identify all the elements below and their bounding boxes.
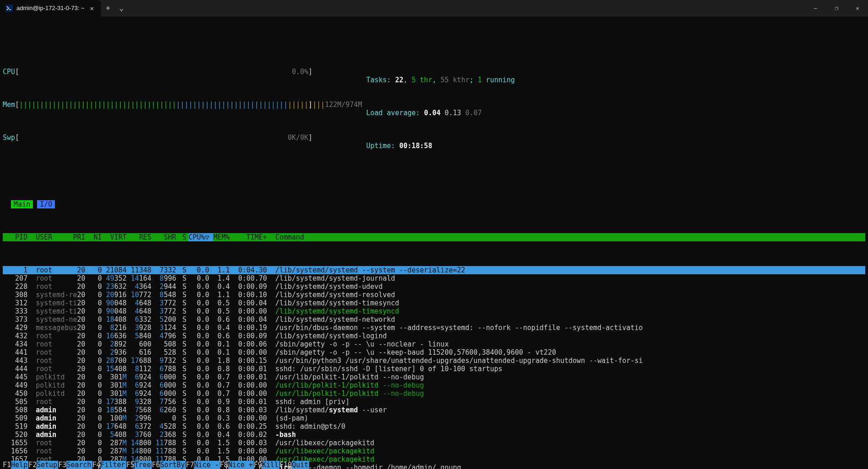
process-row[interactable]: 449polkitd200301M69246000S0.00.70:00.00/… — [3, 381, 865, 389]
process-row[interactable]: 505root2001738893287756S0.00.90:00.01ssh… — [3, 398, 865, 406]
col-pid[interactable]: PID — [3, 233, 32, 241]
fkey-f9: F9 — [254, 461, 262, 469]
fkey-f6: F6 — [152, 461, 160, 469]
mem-meter: Mem [ ||||||||||||||||||||||||||||||||||… — [3, 101, 865, 109]
faction-nice--[interactable]: Nice - — [194, 461, 220, 469]
fkey-f1: F1 — [3, 461, 11, 469]
process-row[interactable]: 1655root200287M1480011788S0.01.50:00.03/… — [3, 439, 865, 447]
fkey-f7: F7 — [186, 461, 194, 469]
close-tab-icon[interactable]: ✕ — [88, 5, 96, 12]
fkey-f5: F5 — [126, 461, 134, 469]
faction-filter[interactable]: Filter — [101, 461, 126, 469]
fkey-f4: F4 — [92, 461, 101, 469]
faction-quit[interactable]: Quit — [292, 461, 309, 469]
terminal-output: CPU [ 0.0% ] Tasks: 22, 5 thr, 55 kthr; … — [0, 16, 868, 469]
col-user[interactable]: USER — [32, 233, 73, 241]
titlebar: admin@ip-172-31-0-73: ~ ✕ + ⌄ — ❐ ✕ — [0, 0, 868, 16]
process-row[interactable]: 519admin2001764863724528S0.00.60:00.25ss… — [3, 422, 865, 431]
faction-help[interactable]: Help — [11, 461, 28, 469]
process-row[interactable]: 444root2001540881126788S0.00.80:00.01ssh… — [3, 365, 865, 373]
maximize-button[interactable]: ❐ — [826, 0, 847, 16]
process-list: 1root20021084113487332S0.01.10:04.30/lib… — [3, 266, 865, 469]
process-header[interactable]: PID USER PRI NI VIRT RES SHR S CPU%▽ MEM… — [3, 233, 865, 241]
terminal-tab[interactable]: admin@ip-172-31-0-73: ~ ✕ — [0, 0, 101, 16]
process-row[interactable]: 308systemd-re20020916107728548S0.01.10:0… — [3, 291, 865, 299]
tab-title: admin@ip-172-31-0-73: ~ — [16, 5, 85, 12]
process-row[interactable]: 509admin200100M29960S0.00.30:00.00(sd-pa… — [3, 414, 865, 422]
tab-io[interactable]: I/O — [37, 200, 55, 208]
col-s[interactable]: S — [180, 233, 188, 241]
process-row[interactable]: 443root20028700176889732S0.01.80:00.15/u… — [3, 357, 865, 365]
col-ni[interactable]: NI — [90, 233, 106, 241]
col-virt[interactable]: VIRT — [106, 233, 131, 241]
faction-nice-+[interactable]: Nice + — [228, 461, 254, 469]
process-row[interactable]: 445polkitd200301M69246000S0.00.70:00.01/… — [3, 373, 865, 381]
faction-search[interactable]: Search — [66, 461, 92, 469]
process-row[interactable]: 207root20049352141648996S0.01.40:00.70/l… — [3, 274, 865, 282]
tab-main[interactable]: Main — [11, 200, 33, 208]
swp-bar: 0K/0K — [19, 133, 308, 142]
swp-meter: Swp [ 0K/0K ] Uptime: 00:18:58 — [3, 133, 865, 142]
process-row[interactable]: 508admin2001858475686260S0.00.80:00.03/l… — [3, 406, 865, 414]
powershell-icon — [5, 5, 13, 12]
tasks-label: Tasks: — [366, 76, 395, 84]
process-row[interactable]: 432root2001663658404796S0.00.60:00.09/li… — [3, 332, 865, 340]
col-res[interactable]: RES — [131, 233, 155, 241]
faction-sortby[interactable]: SortBy — [160, 461, 186, 469]
process-row[interactable]: 450polkitd200301M69246000S0.00.70:00.00/… — [3, 389, 865, 398]
mem-label: Mem — [3, 101, 15, 109]
process-row[interactable]: 333systemd-ti2009004846483772S0.00.50:00… — [3, 307, 865, 315]
col-cpu[interactable]: CPU%▽ — [188, 233, 213, 241]
process-row[interactable]: 228root2002363243642944S0.00.40:00.09/li… — [3, 282, 865, 291]
close-window-button[interactable]: ✕ — [847, 0, 868, 16]
faction-kill[interactable]: Kill — [262, 461, 279, 469]
col-mem[interactable]: MEM% — [213, 233, 234, 241]
load-label: Load average: — [366, 109, 424, 117]
cpu-meter: CPU [ 0.0% ] Tasks: 22, 5 thr, 55 kthr; … — [3, 68, 865, 76]
uptime-label: Uptime: — [366, 142, 399, 150]
faction-tree[interactable]: Tree — [134, 461, 152, 469]
faction-setup[interactable]: Setup — [37, 461, 58, 469]
mem-bar: ||||||||||||||||||||||||||||||||||||||||… — [19, 101, 308, 109]
minimize-button[interactable]: — — [805, 0, 826, 16]
tab-dropdown-button[interactable]: ⌄ — [115, 0, 129, 16]
col-shr[interactable]: SHR — [155, 233, 180, 241]
process-row[interactable]: 520admin200540837602368S0.00.40:00.02-ba… — [3, 431, 865, 439]
process-row[interactable]: 434root2002892600508S0.00.10:00.06/sbin/… — [3, 340, 865, 348]
col-command[interactable]: Command — [271, 233, 865, 241]
cpu-bar: 0.0% — [19, 68, 308, 76]
htop-tabs: Main I/O — [3, 200, 865, 208]
process-row[interactable]: 429messagebus200821639283124S0.00.40:00.… — [3, 324, 865, 332]
new-tab-button[interactable]: + — [101, 0, 115, 16]
col-time[interactable]: TIME+ — [234, 233, 271, 241]
process-row[interactable]: 373systemd-ne2001840863325200S0.00.60:00… — [3, 315, 865, 324]
fkey-f10: F10 — [279, 461, 292, 469]
process-row[interactable]: 1root20021084113487332S0.01.10:04.30/lib… — [3, 266, 865, 274]
col-pri[interactable]: PRI — [73, 233, 90, 241]
fkey-f2: F2 — [28, 461, 37, 469]
process-row[interactable]: 312systemd-ti2009004846483772S0.00.50:00… — [3, 299, 865, 307]
swp-label: Swp — [3, 133, 15, 142]
cpu-label: CPU — [3, 68, 15, 76]
function-key-bar: F1Help F2Setup F3SearchF4FilterF5Tree F6… — [3, 461, 865, 469]
process-row[interactable]: 441root2002936616528S0.00.10:00.00/sbin/… — [3, 348, 865, 357]
process-row[interactable]: 1656root200287M1480011788S0.01.50:00.00/… — [3, 447, 865, 455]
fkey-f8: F8 — [220, 461, 228, 469]
fkey-f3: F3 — [58, 461, 66, 469]
